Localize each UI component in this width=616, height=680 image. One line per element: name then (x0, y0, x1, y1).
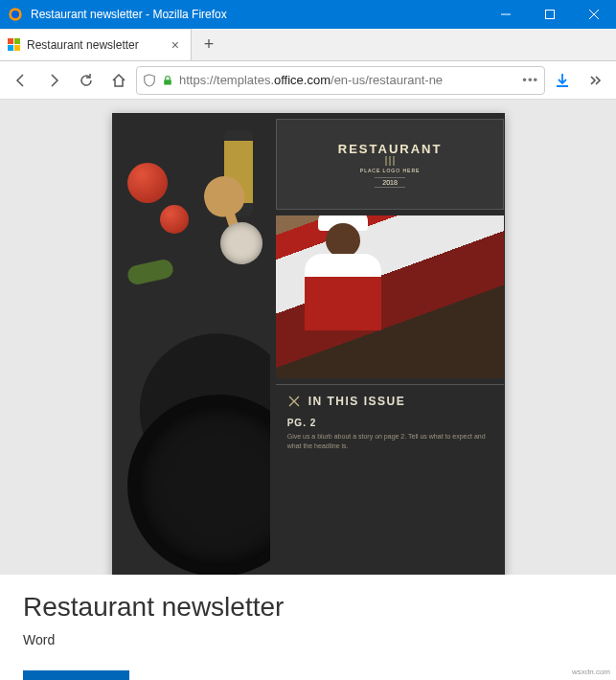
svg-rect-9 (14, 45, 20, 51)
preview-blurb: Give us a blurb about a story on page 2.… (287, 432, 493, 451)
crossed-utensils-icon (287, 395, 301, 408)
template-title: Restaurant newsletter (23, 592, 593, 623)
forward-button[interactable] (38, 65, 69, 96)
page-actions-icon[interactable]: ••• (522, 73, 538, 87)
svg-rect-7 (14, 38, 20, 44)
svg-rect-10 (164, 79, 171, 84)
maximize-button[interactable] (528, 0, 572, 29)
reload-button[interactable] (71, 65, 102, 96)
firefox-icon (8, 7, 23, 22)
back-button[interactable] (6, 65, 36, 96)
preview-issue-panel: IN THIS ISSUE PG. 2 Give us a blurb abou… (276, 384, 505, 575)
minimize-button[interactable] (484, 0, 528, 29)
template-category: Word (23, 632, 593, 647)
watermark: wsxdn.com (572, 668, 610, 676)
tab-title: Restaurant newsletter (27, 38, 162, 52)
svg-rect-3 (546, 11, 555, 19)
utensils-icon (383, 156, 397, 166)
preview-logo-year: 2018 (375, 177, 405, 188)
browser-tab[interactable]: Restaurant newsletter × (0, 29, 192, 60)
overflow-menu-button[interactable] (580, 65, 610, 96)
nav-toolbar: https://templates.office.com/en-us/resta… (0, 61, 616, 100)
svg-point-1 (11, 11, 19, 18)
template-preview: RESTAURANT PLACE LOGO HERE 2018 IN THIS … (112, 113, 505, 575)
template-detail: Restaurant newsletter Word Download (0, 575, 616, 680)
page-content: RESTAURANT PLACE LOGO HERE 2018 IN THIS … (0, 100, 616, 575)
preview-logo-title: RESTAURANT (338, 142, 443, 156)
shield-icon (143, 74, 156, 87)
downloads-button[interactable] (547, 65, 578, 96)
window-titlebar: Restaurant newsletter - Mozilla Firefox (0, 0, 616, 29)
preview-logo-tag: PLACE LOGO HERE (360, 168, 421, 173)
preview-page-label: PG. 2 (287, 418, 493, 428)
url-text: https://templates.office.com/en-us/resta… (179, 73, 516, 87)
new-tab-button[interactable]: + (192, 29, 226, 60)
svg-rect-8 (8, 45, 13, 51)
tab-close-icon[interactable]: × (168, 35, 183, 55)
preview-food-image (118, 119, 270, 575)
preview-logo-panel: RESTAURANT PLACE LOGO HERE 2018 (276, 119, 505, 210)
tab-bar: Restaurant newsletter × + (0, 29, 616, 61)
window-title: Restaurant newsletter - Mozilla Firefox (31, 8, 484, 21)
home-button[interactable] (103, 65, 134, 96)
microsoft-icon (8, 38, 21, 52)
lock-icon (162, 75, 173, 86)
svg-rect-6 (8, 38, 13, 44)
preview-issue-heading: IN THIS ISSUE (308, 395, 406, 408)
close-button[interactable] (572, 0, 616, 29)
address-bar[interactable]: https://templates.office.com/en-us/resta… (136, 66, 545, 95)
download-button[interactable]: Download (23, 670, 129, 680)
preview-chef-image (276, 215, 505, 378)
